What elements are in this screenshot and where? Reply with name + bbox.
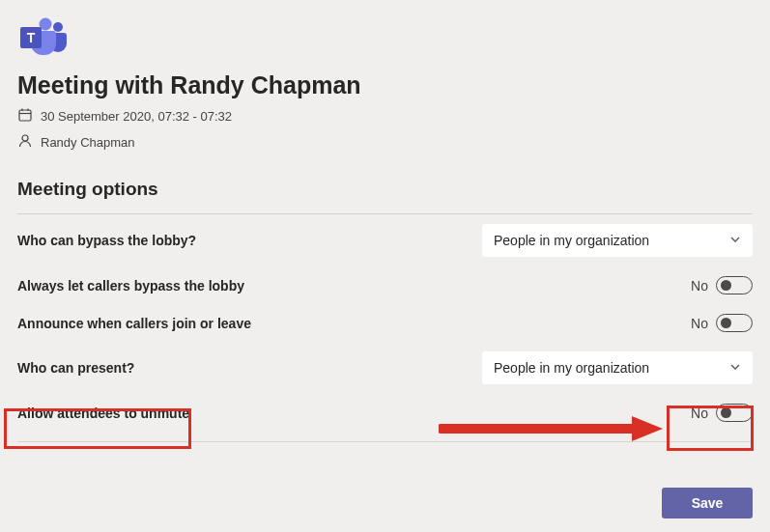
divider [17,441,753,442]
toggle-value: No [691,316,708,331]
option-label: Always let callers bypass the lobby [17,278,670,294]
announce-toggle[interactable] [716,314,753,332]
option-label: Who can bypass the lobby? [17,233,467,248]
chevron-down-icon [729,360,741,376]
meeting-organizer: Randy Chapman [41,135,135,150]
option-label: Announce when callers join or leave [17,316,670,331]
option-label: Allow attendees to unmute [17,406,670,421]
section-title: Meeting options [17,179,753,200]
lobby-bypass-select[interactable]: People in my organization [482,224,753,257]
svg-point-8 [22,135,28,141]
toggle-value: No [691,278,708,294]
present-select[interactable]: People in my organization [482,351,753,384]
callers-bypass-toggle[interactable] [716,276,753,294]
meeting-title: Meeting with Randy Chapman [17,71,753,99]
meeting-datetime: 30 September 2020, 07:32 - 07:32 [41,109,232,124]
meeting-organizer-row: Randy Chapman [17,133,753,152]
select-value: People in my organization [494,360,649,376]
svg-text:T: T [27,30,36,45]
option-callers-bypass: Always let callers bypass the lobby No [17,266,753,304]
option-announce: Announce when callers join or leave No [17,304,753,342]
calendar-icon [17,107,33,126]
person-icon [17,133,33,152]
option-lobby-bypass: Who can bypass the lobby? People in my o… [17,214,753,266]
save-button[interactable]: Save [662,488,753,518]
teams-logo-icon: T [17,17,68,60]
chevron-down-icon [729,233,741,248]
option-unmute: Allow attendees to unmute No [17,394,753,432]
svg-point-0 [53,22,63,32]
option-label: Who can present? [17,360,467,376]
option-present: Who can present? People in my organizati… [17,342,753,394]
svg-rect-4 [19,110,31,121]
meeting-datetime-row: 30 September 2020, 07:32 - 07:32 [17,107,753,126]
toggle-value: No [691,406,708,421]
unmute-toggle[interactable] [716,404,753,422]
select-value: People in my organization [494,233,649,248]
